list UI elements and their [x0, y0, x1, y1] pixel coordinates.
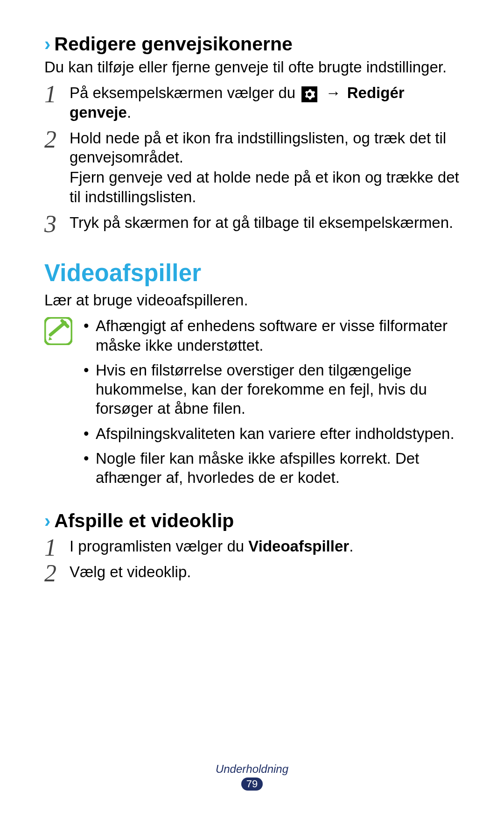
- chevron-icon: ›: [44, 33, 52, 55]
- step-2: 2 Hold nede på et ikon fra indstillingsl…: [44, 127, 460, 207]
- note-list: Afhængigt af enhedens software er visse …: [84, 316, 460, 493]
- step-3-text: Tryk på skærmen for at gå tilbage til ek…: [70, 213, 460, 232]
- step-1-pre: På eksempelskærmen vælger du: [70, 84, 300, 101]
- step-1b-text: I programlisten vælger du Videoafspiller…: [70, 537, 460, 556]
- page-number-badge: 79: [241, 778, 263, 791]
- step-1b-bold: Videoafspiller: [248, 537, 349, 555]
- step-number: 3: [44, 214, 59, 234]
- subheading-afspille: › Afspille et videoklip: [44, 509, 460, 532]
- section2-steps: 1 I programlisten vælger du Videoafspill…: [44, 536, 460, 583]
- arrow-icon: →: [324, 84, 347, 101]
- section2-intro: Lær at bruge videoafspilleren.: [44, 290, 460, 310]
- note-item: Afspilningskvaliteten kan variere efter …: [84, 424, 460, 443]
- step-1b-pre: I programlisten vælger du: [70, 537, 248, 555]
- step-number: 1: [44, 84, 59, 105]
- step-1: 1 På eksempelskærmen vælger du → Redigér…: [44, 82, 460, 123]
- step-number: 1: [44, 537, 59, 558]
- gear-icon: [301, 86, 317, 102]
- step-1-post: .: [127, 104, 131, 121]
- step-1b: 1 I programlisten vælger du Videoafspill…: [44, 536, 460, 557]
- svg-rect-0: [45, 318, 72, 345]
- subheading-redigere: › Redigere genvejsikonerne: [44, 33, 460, 56]
- note-item: Hvis en filstørrelse overstiger den tilg…: [84, 360, 460, 418]
- note-icon: [44, 317, 72, 345]
- step-1b-post: .: [349, 537, 353, 555]
- step-2a-text: Hold nede på et ikon fra indstillingslis…: [70, 128, 460, 167]
- step-number: 2: [44, 129, 59, 150]
- step-number: 2: [44, 563, 59, 584]
- note-block: Afhængigt af enhedens software er visse …: [44, 316, 460, 493]
- footer-category: Underholdning: [0, 763, 504, 776]
- step-1-text: På eksempelskærmen vælger du → Redigér g…: [70, 83, 460, 122]
- step-2b-text: Fjern genveje ved at holde nede på et ik…: [70, 168, 460, 206]
- subheading-text: Afspille et videoklip: [54, 509, 234, 532]
- section1-steps: 1 På eksempelskærmen vælger du → Redigér…: [44, 82, 460, 233]
- section-title-videoafspiller: Videoafspiller: [44, 259, 460, 287]
- step-2b: 2 Vælg et videoklip.: [44, 561, 460, 582]
- subheading-text: Redigere genvejsikonerne: [54, 33, 292, 56]
- step-2b-text: Vælg et videoklip.: [70, 562, 460, 581]
- page-footer: Underholdning 79: [0, 763, 504, 791]
- step-3: 3 Tryk på skærmen for at gå tilbage til …: [44, 212, 460, 233]
- section1-intro: Du kan tilføje eller fjerne genveje til …: [44, 57, 460, 77]
- note-item: Afhængigt af enhedens software er visse …: [84, 316, 460, 355]
- chevron-icon: ›: [44, 509, 52, 532]
- page: › Redigere genvejsikonerne Du kan tilføj…: [0, 0, 504, 827]
- note-item: Nogle filer kan måske ikke afspilles kor…: [84, 449, 460, 488]
